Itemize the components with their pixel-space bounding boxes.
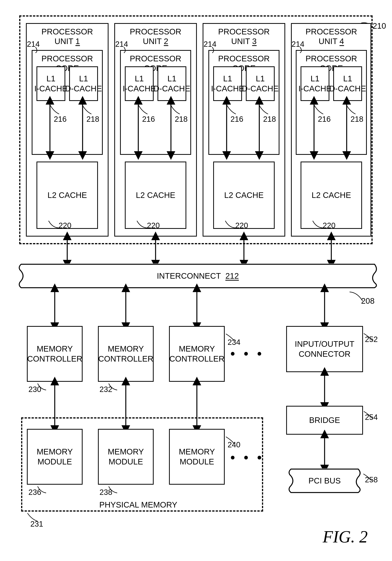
- memory-controller-2: MEMORY CONTROLLER: [98, 326, 154, 382]
- leader-214: [298, 46, 309, 54]
- leader-216: [136, 103, 150, 116]
- l2-cache: L2 CACHE: [125, 162, 186, 229]
- proc-unit-num: 4: [340, 37, 344, 46]
- leader-216: [48, 103, 62, 116]
- proc-unit-title: PROCESSOR UNIT 2: [126, 27, 185, 46]
- leader-208: [348, 291, 365, 304]
- leader-214: [34, 46, 45, 54]
- leader-220: [135, 219, 151, 231]
- arrow-io-bridge: [321, 373, 329, 405]
- proc-unit-prefix: PROCESSOR UNIT: [130, 27, 181, 46]
- leader-220: [224, 219, 239, 231]
- dots-modules: • • •: [230, 450, 264, 465]
- memory-module-1: MEMORY MODULE: [27, 429, 83, 485]
- memory-controller-1: MEMORY CONTROLLER: [27, 326, 83, 382]
- interconnect: INTERCONNECT 212: [15, 263, 380, 289]
- arrow-bridge-pci: [321, 436, 329, 467]
- leader-258: [362, 473, 374, 482]
- leader-220: [311, 219, 327, 231]
- arrow-int-mc1: [51, 290, 59, 325]
- leader-218: [257, 103, 270, 116]
- physmem-label: PHYSICAL MEMORY: [90, 500, 186, 510]
- proc-unit-prefix: PROCESSOR UNIT: [41, 27, 93, 46]
- arrow-unit3-interconnect: [240, 237, 248, 262]
- proc-unit-num: 1: [75, 37, 80, 46]
- leader-216: [225, 103, 238, 116]
- leader-238: [108, 485, 119, 495]
- l2-cache: L2 CACHE: [213, 162, 275, 229]
- arrow-int-mc3: [193, 290, 201, 325]
- arrow-unit4-interconnect: [328, 237, 335, 262]
- memory-controller-3: MEMORY CONTROLLER: [169, 326, 225, 382]
- leader-236: [37, 485, 48, 495]
- bridge: BRIDGE: [286, 406, 363, 435]
- interconnect-label: INTERCONNECT: [157, 271, 221, 281]
- figure-label: FIG. 2: [323, 527, 368, 546]
- leader-252: [363, 332, 374, 342]
- leader-234: [225, 333, 236, 342]
- l1-icache: L1 I-CACHE: [37, 66, 65, 101]
- proc-unit-num: 2: [164, 37, 168, 46]
- leader-230: [37, 382, 48, 392]
- leader-232: [108, 382, 119, 392]
- proc-unit-prefix: PROCESSOR UNIT: [218, 27, 270, 46]
- l1-dcache: L1 D-CACHE: [246, 66, 275, 101]
- leader-218: [80, 103, 94, 116]
- l1-icache: L1 I-CACHE: [213, 66, 242, 101]
- l2-cache: L2 CACHE: [37, 162, 98, 229]
- proc-unit-title: PROCESSOR UNIT 3: [214, 27, 274, 46]
- l1-dcache: L1 D-CACHE: [333, 66, 362, 101]
- leader-214: [210, 46, 222, 54]
- ref-212: 212: [225, 271, 239, 281]
- leader-214: [122, 46, 134, 54]
- memory-module-2: MEMORY MODULE: [98, 429, 154, 485]
- proc-unit-prefix: PROCESSOR UNIT: [306, 27, 357, 46]
- l1-dcache: L1 D-CACHE: [69, 66, 98, 101]
- l1-icache: L1 I-CACHE: [300, 66, 329, 101]
- proc-unit-title: PROCESSOR UNIT 4: [301, 27, 361, 46]
- l1-icache: L1 I-CACHE: [125, 66, 154, 101]
- arrow-unit2-interconnect: [152, 237, 159, 262]
- pci-bus-label: PCI BUS: [309, 476, 341, 486]
- l1-dcache: L1 D-CACHE: [157, 66, 186, 101]
- leader-231: [26, 512, 39, 523]
- leader-216: [312, 103, 326, 116]
- arrow-int-mc2: [122, 290, 130, 325]
- dots-controllers: • • •: [230, 346, 264, 361]
- pci-bus: PCI BUS: [286, 468, 363, 493]
- memory-module-3: MEMORY MODULE: [169, 429, 225, 485]
- arrow-int-io: [321, 290, 329, 325]
- proc-unit-num: 3: [252, 37, 257, 46]
- leader-218: [344, 103, 358, 116]
- arrow-unit1-interconnect: [63, 237, 71, 262]
- proc-unit-title: PROCESSOR UNIT 1: [37, 27, 97, 46]
- l2-cache: L2 CACHE: [300, 162, 362, 229]
- io-connector: INPUT/OUTPUT CONNECTOR: [286, 326, 363, 372]
- diagram-canvas: 210 PROCESSOR UNIT 1 PROCESSOR CORE L1 I…: [8, 8, 384, 554]
- leader-254: [363, 410, 374, 420]
- leader-218: [169, 103, 182, 116]
- leader-240: [225, 436, 236, 445]
- leader-220: [47, 219, 62, 231]
